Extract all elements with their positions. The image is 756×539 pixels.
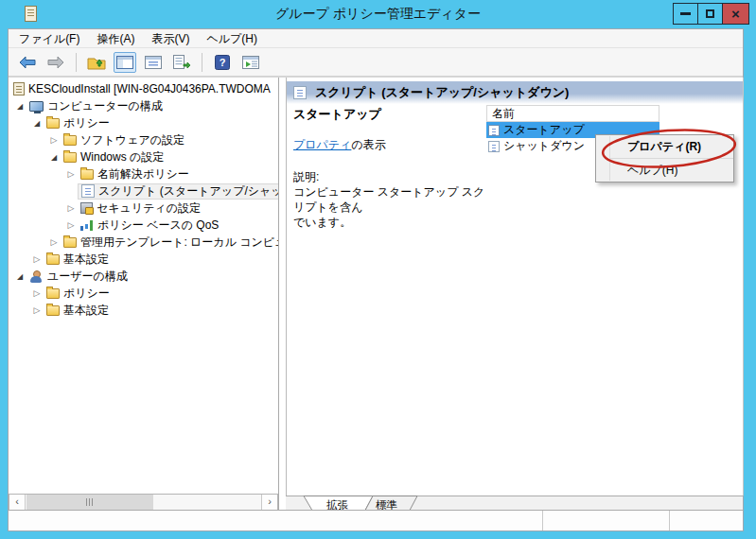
folder-icon xyxy=(46,305,60,316)
column-header-name[interactable]: 名前 xyxy=(486,105,659,122)
results-pane: スクリプト (スタートアップ/シャットダウン) スタートアップ プロパティの表示… xyxy=(286,78,744,496)
forward-arrow-icon[interactable] xyxy=(44,52,67,73)
expand-collapsed-icon[interactable]: ▷ xyxy=(64,220,78,230)
tree-item-label[interactable]: スクリプト (スタートアップ/シャットダウン) xyxy=(98,183,278,200)
tree-item-root: KESCloudInstall [WIN-8G04J0436PA.TWDOMA xyxy=(9,80,278,97)
tree-item-label[interactable]: 基本設定 xyxy=(63,303,109,319)
tree-item-preferences: ▷ 基本設定 xyxy=(9,251,278,268)
script-icon xyxy=(293,86,307,99)
script-icon xyxy=(488,141,500,152)
expand-expanded-icon[interactable]: ◢ xyxy=(47,153,61,162)
toolbar-separator xyxy=(202,53,202,72)
tree-item-label[interactable]: 名前解決ポリシー xyxy=(97,166,189,183)
tree-item-label[interactable]: ポリシー ベースの QoS xyxy=(97,217,219,234)
tree-item-policy-based-qos: ▷ ポリシー ベースの QoS xyxy=(9,217,278,234)
menu-view[interactable]: 表示(V) xyxy=(143,29,198,48)
tree-item-name-resolution-policy: ▷ 名前解決ポリシー xyxy=(9,165,278,183)
expand-collapsed-icon[interactable]: ▷ xyxy=(64,203,78,213)
tab-extended-label[interactable]: 拡張 xyxy=(326,499,349,511)
results-pane-title: スクリプト (スタートアップ/シャットダウン) xyxy=(315,84,569,101)
svg-text:?: ? xyxy=(220,57,226,68)
tree-item-scripts: スクリプト (スタートアップ/シャットダウン) xyxy=(9,183,278,200)
tree-item-windows-settings: ◢ Windows の設定 xyxy=(9,148,278,165)
status-cell xyxy=(9,511,542,530)
folder-icon xyxy=(63,152,77,163)
tree-item-label[interactable]: セキュリティの設定 xyxy=(97,200,201,217)
close-icon: × xyxy=(731,7,740,21)
description-text: コンピューター スタートアップ スクリプトを含んでいます。 xyxy=(293,184,492,230)
tree-item-security-settings: ▷ セキュリティの設定 xyxy=(9,200,278,217)
folder-icon xyxy=(46,254,60,265)
tree-item-label[interactable]: 管理用テンプレート: ローカル コンピューターか xyxy=(80,235,278,251)
horizontal-scrollbar[interactable]: ‹ › xyxy=(9,494,278,511)
status-bar xyxy=(9,510,743,530)
show-console-tree-icon[interactable] xyxy=(114,52,136,73)
scroll-right-button[interactable]: › xyxy=(261,495,277,510)
tree-item-label[interactable]: コンピューターの構成 xyxy=(47,98,163,114)
properties-icon[interactable] xyxy=(142,52,165,73)
maximize-button[interactable] xyxy=(697,3,723,25)
up-one-level-icon[interactable] xyxy=(85,52,108,73)
properties-link-suffix: の表示 xyxy=(351,138,385,151)
expand-expanded-icon[interactable]: ◢ xyxy=(30,119,44,128)
results-pane-header: スクリプト (スタートアップ/シャットダウン) xyxy=(287,81,743,104)
window-title: グループ ポリシー管理エディター xyxy=(0,0,756,28)
tree-item-label[interactable]: ポリシー xyxy=(63,286,110,302)
help-icon[interactable]: ? xyxy=(211,52,234,73)
tree-item-policies: ◢ ポリシー xyxy=(9,114,278,131)
expand-expanded-icon[interactable]: ◢ xyxy=(13,272,26,281)
tree-item-label[interactable]: ユーザーの構成 xyxy=(47,269,128,285)
computer-icon xyxy=(29,101,44,112)
tree-item-label[interactable]: ポリシー xyxy=(63,115,110,131)
tab-standard-label[interactable]: 標準 xyxy=(376,499,397,511)
folder-icon xyxy=(80,169,94,180)
toolbar-separator xyxy=(76,53,77,72)
scroll-left-button[interactable]: ‹ xyxy=(9,495,26,510)
tree-item-computer-configuration: ◢ コンピューターの構成 xyxy=(9,97,278,114)
expand-collapsed-icon[interactable]: ▷ xyxy=(47,237,61,247)
client-area: ファイル(F) 操作(A) 表示(V) ヘルプ(H) xyxy=(8,28,744,531)
tree-item-user-preferences: ▷ 基本設定 xyxy=(9,302,278,319)
menu-file[interactable]: ファイル(F) xyxy=(10,29,88,48)
menu-action[interactable]: 操作(A) xyxy=(88,29,143,48)
context-menu: プロパティ(R) ヘルプ(H) xyxy=(595,134,734,183)
context-menu-item-help[interactable]: ヘルプ(H) xyxy=(596,159,733,182)
tree-item-label[interactable]: KESCloudInstall [WIN-8G04J0436PA.TWDOMA xyxy=(28,82,271,96)
expand-collapsed-icon[interactable]: ▷ xyxy=(47,135,61,145)
back-arrow-icon[interactable] xyxy=(16,52,39,73)
users-icon xyxy=(29,270,44,283)
tree-item-user-configuration: ◢ ユーザーの構成 xyxy=(9,268,278,285)
expand-collapsed-icon[interactable]: ▷ xyxy=(30,254,44,264)
expand-collapsed-icon[interactable]: ▷ xyxy=(30,288,44,298)
tree-item-label[interactable]: ソフトウェアの設定 xyxy=(80,132,185,148)
menu-bar: ファイル(F) 操作(A) 表示(V) ヘルプ(H) xyxy=(9,29,743,48)
extended-view-item-title: スタートアップ xyxy=(293,106,381,123)
export-list-icon[interactable] xyxy=(170,52,193,73)
pane-splitter[interactable] xyxy=(278,78,279,510)
context-menu-item-properties[interactable]: プロパティ(R) xyxy=(596,135,733,158)
status-cell xyxy=(542,511,669,530)
folder-icon xyxy=(63,135,77,146)
properties-link[interactable]: プロパティ xyxy=(293,138,351,151)
minimize-button[interactable] xyxy=(673,3,698,25)
close-button[interactable]: × xyxy=(722,3,749,25)
properties-link-line: プロパティの表示 xyxy=(293,137,386,153)
show-action-pane-icon[interactable] xyxy=(239,52,262,73)
menu-help[interactable]: ヘルプ(H) xyxy=(198,29,266,48)
scrollbar-grip-icon xyxy=(86,498,95,506)
toolbar: ? xyxy=(9,48,743,77)
expand-collapsed-icon[interactable]: ▷ xyxy=(30,305,44,315)
security-lock-icon xyxy=(80,202,93,214)
content-area: KESCloudInstall [WIN-8G04J0436PA.TWDOMA … xyxy=(9,77,743,510)
tree-item-label[interactable]: 基本設定 xyxy=(63,252,109,268)
expand-collapsed-icon[interactable]: ▷ xyxy=(64,169,78,179)
scrollbar-thumb[interactable] xyxy=(26,495,153,510)
group-policy-editor-window: グループ ポリシー管理エディター × ファイル(F) 操作(A) 表示(V) ヘ… xyxy=(0,0,756,539)
title-bar[interactable]: グループ ポリシー管理エディター × xyxy=(0,0,756,28)
description-label: 説明: xyxy=(293,169,319,185)
expand-expanded-icon[interactable]: ◢ xyxy=(13,102,26,111)
script-icon xyxy=(488,125,500,136)
tree-item-user-policies: ▷ ポリシー xyxy=(9,285,278,302)
tree-item-administrative-templates: ▷ 管理用テンプレート: ローカル コンピューターか xyxy=(9,234,278,251)
tree-item-label[interactable]: Windows の設定 xyxy=(80,149,164,165)
